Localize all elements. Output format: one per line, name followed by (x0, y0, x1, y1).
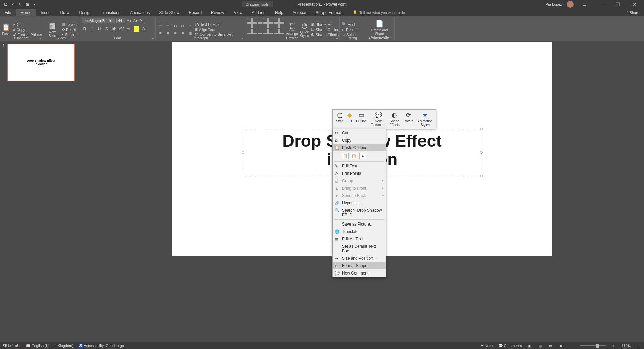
resize-handle[interactable] (480, 128, 483, 130)
mini-animation-styles-button[interactable]: ★Animation Styles (416, 111, 434, 127)
zoom-in-icon[interactable]: + (610, 344, 617, 348)
accessibility-checker[interactable]: ♿ Accessibility: Good to go (78, 344, 124, 348)
tab-insert[interactable]: Insert (36, 9, 55, 16)
ctx-hyperlink[interactable]: 🔗Hyperlink... (333, 199, 386, 207)
mini-style-button[interactable]: ▢Style (334, 111, 345, 127)
tab-view[interactable]: View (229, 9, 247, 16)
tab-transitions[interactable]: Transitions (96, 9, 125, 16)
save-icon[interactable]: 🖫 (4, 2, 8, 7)
ctx-cut[interactable]: ✂Cut (333, 129, 386, 137)
font-launcher-icon[interactable]: ↘ (151, 37, 154, 40)
avatar[interactable] (567, 1, 574, 8)
clear-formatting-icon[interactable]: Aₓ (139, 18, 144, 23)
zoom-percentage[interactable]: 114% (621, 344, 631, 348)
ctx-size-and-position[interactable]: ↔Size and Position... (333, 255, 386, 262)
resize-handle[interactable] (242, 151, 244, 154)
shadow-button[interactable]: ab (111, 26, 117, 32)
share-button[interactable]: ↗ Share (625, 9, 644, 16)
bold-button[interactable]: B (82, 26, 87, 32)
resize-handle[interactable] (480, 151, 483, 154)
decrease-font-icon[interactable]: A▾ (133, 18, 138, 23)
maximize-icon[interactable]: ☐ (612, 2, 624, 7)
tab-help[interactable]: Help (270, 9, 288, 16)
mini-new-comment-button[interactable]: 💬New Comment (369, 111, 387, 127)
cut-button[interactable]: ✂Cut (13, 22, 42, 27)
zoom-slider-thumb[interactable] (596, 344, 599, 348)
character-spacing-icon[interactable]: AV (119, 26, 124, 32)
align-center-icon[interactable]: ≡ (165, 31, 170, 36)
ribbon-display-options-icon[interactable]: ▭ (578, 2, 590, 7)
ctx-format-shape[interactable]: ◇Format Shape... (333, 262, 386, 269)
slideshow-view-icon[interactable]: ▶ (558, 344, 565, 348)
clipboard-launcher-icon[interactable]: ↘ (39, 37, 41, 40)
replace-button[interactable]: ⇄Replace (342, 27, 359, 32)
close-icon[interactable]: ✕ (629, 2, 641, 7)
text-direction-button[interactable]: ↕AText Direction (195, 22, 232, 27)
tab-home[interactable]: Home (16, 9, 36, 16)
mini-outline-button[interactable]: ▭Outline (354, 111, 368, 127)
mini-fill-button[interactable]: ◆Fill (346, 111, 354, 127)
resize-handle[interactable] (242, 174, 244, 177)
mini-rotate-button[interactable]: ⟳Rotate (402, 111, 415, 127)
shape-outline-button[interactable]: ☐Shape Outline (311, 27, 339, 32)
convert-smartart-button[interactable]: ⿻Convert to SmartArt (195, 32, 232, 36)
slide-sorter-view-icon[interactable]: ▦ (537, 344, 543, 348)
slide-counter[interactable]: Slide 1 of 1 (3, 344, 21, 348)
resize-handle[interactable] (242, 128, 244, 130)
increase-indent-icon[interactable]: ↦ (180, 23, 185, 29)
ctx-edit-text[interactable]: ✎Edit Text (333, 162, 386, 170)
undo-icon[interactable]: ↶ (12, 2, 15, 7)
bullets-icon[interactable]: ☰ (158, 23, 163, 29)
copy-button[interactable]: ⧉Copy (13, 28, 42, 32)
slide-thumbnail-1[interactable]: Drop Shadow Effect in Action (7, 44, 75, 81)
font-size-input[interactable] (116, 18, 125, 23)
reading-view-icon[interactable]: ▭ (547, 344, 554, 348)
start-from-beginning-icon[interactable]: ▣ (26, 2, 29, 7)
font-name-input[interactable] (82, 18, 115, 23)
ctx-save-as-picture[interactable]: Save as Picture... (333, 220, 386, 228)
columns-icon[interactable]: ▥ (187, 31, 193, 36)
language-indicator[interactable]: 📖 English (United Kingdom) (26, 344, 73, 348)
qat-customize-icon[interactable]: ▾ (33, 2, 35, 7)
tab-design[interactable]: Design (74, 9, 96, 16)
font-color-icon[interactable]: A (141, 26, 146, 32)
tab-record[interactable]: Record (184, 9, 206, 16)
tab-review[interactable]: Review (206, 9, 229, 16)
collapse-ribbon-icon[interactable]: ˄ (640, 344, 642, 348)
increase-font-icon[interactable]: A▴ (126, 18, 132, 23)
paste-keep-source-icon[interactable]: 📋 (351, 153, 357, 159)
zoom-out-icon[interactable]: − (569, 344, 576, 348)
italic-button[interactable]: I (89, 26, 95, 32)
tab-slideshow[interactable]: Slide Show (154, 9, 184, 16)
tab-animations[interactable]: Animations (125, 9, 154, 16)
find-button[interactable]: 🔍Find (342, 22, 359, 27)
zoom-slider[interactable] (580, 345, 606, 346)
normal-view-icon[interactable]: ▣ (526, 344, 533, 348)
line-spacing-icon[interactable]: ↕ (187, 23, 193, 29)
change-case-icon[interactable]: Aa (126, 26, 132, 32)
format-painter-button[interactable]: 🖌Format Painter (13, 33, 42, 37)
tab-shape-format[interactable]: Shape Format (311, 9, 346, 16)
mini-shape-effects-button[interactable]: ◐Shape Effects (388, 111, 401, 127)
paragraph-launcher-icon[interactable]: ↘ (241, 37, 243, 40)
highlight-icon[interactable]: ab (134, 26, 139, 32)
strikethrough-button[interactable]: S (104, 26, 109, 32)
paste-text-only-icon[interactable]: A (359, 153, 366, 159)
drawing-launcher-icon[interactable]: ↘ (335, 37, 338, 40)
notes-button[interactable]: ≐ Notes (481, 344, 494, 348)
align-left-icon[interactable]: ≡ (158, 31, 163, 36)
decrease-indent-icon[interactable]: ↤ (172, 23, 178, 29)
ctx-set-default-text-box[interactable]: Set as Default Text Box (333, 243, 386, 255)
ctx-search[interactable]: 🔍Search "Drop Shadow Eff..." (333, 207, 386, 219)
numbering-icon[interactable]: ☷ (165, 23, 170, 29)
ctx-edit-alt-text[interactable]: ▤Edit Alt Text... (333, 235, 386, 243)
layout-button[interactable]: ▤Layout (62, 22, 78, 27)
resize-handle[interactable] (480, 174, 483, 177)
tell-me-search[interactable]: 💡 Tell me what you want to do (353, 9, 405, 16)
ctx-copy[interactable]: ⧉Copy (333, 137, 386, 144)
ctx-new-comment[interactable]: 💬New Comment (333, 269, 386, 277)
paste-use-destination-icon[interactable]: 📋 (342, 153, 349, 159)
ctx-edit-points[interactable]: ◇Edit Points (333, 170, 386, 177)
comments-button[interactable]: 💬 Comments (498, 344, 522, 348)
tab-acrobat[interactable]: Acrobat (288, 9, 311, 16)
